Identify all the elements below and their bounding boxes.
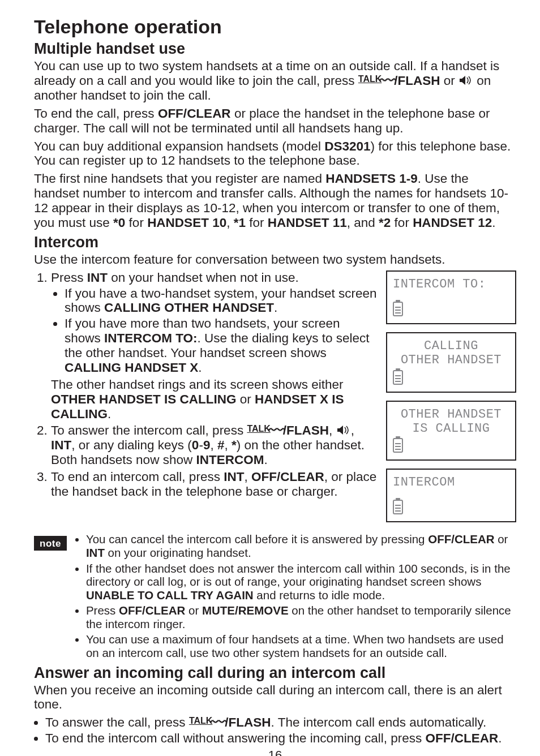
- text: ,: [226, 216, 234, 230]
- talk-label: TALK: [358, 74, 382, 84]
- text-bold: INTERCOM TO:: [104, 331, 198, 345]
- flash-label: /FLASH: [394, 74, 440, 88]
- text-bold: CALLING OTHER HANDSET: [104, 300, 274, 315]
- text: , or any dialing keys (: [71, 438, 192, 452]
- text: To end the call, press: [34, 106, 158, 121]
- text: You can cancel the intercom call before …: [86, 532, 428, 545]
- text: .: [264, 453, 267, 467]
- battery-icon: [393, 438, 403, 453]
- list-item: Press OFF/CLEAR or MUTE/REMOVE on the ot…: [86, 604, 516, 630]
- text-bold: *0: [113, 216, 125, 230]
- paragraph: You can buy additional expansion handset…: [34, 139, 516, 169]
- paragraph: You can use up to two system handsets at…: [34, 59, 516, 103]
- text-bold: CALLING HANDSET X: [65, 360, 198, 375]
- screen-text: OTHER HANDSET: [393, 353, 509, 367]
- text-bold: OFF/: [428, 532, 455, 545]
- text-bold: UNABLE TO CALL TRY AGAIN: [86, 589, 254, 602]
- text-bold: OFF/: [119, 604, 145, 617]
- signal-icon: 〰: [380, 74, 396, 88]
- text-bold: *1: [234, 216, 246, 230]
- text: To end an intercom call, press: [51, 470, 224, 484]
- answer-bullets: To answer the call, press TALK〰/FLASH. T…: [34, 715, 516, 746]
- text: The other handset rings and its screen s…: [51, 377, 344, 392]
- screen-text: INTERCOM TO:: [393, 277, 509, 291]
- text-smallcaps: CLEAR: [455, 532, 495, 545]
- text-smallcaps: CLEAR: [145, 604, 186, 617]
- text-bold: INT: [86, 546, 105, 559]
- paragraph: When you receive an incoming outside cal…: [34, 683, 516, 712]
- text: on your handset when not in use.: [108, 270, 299, 285]
- list-item: You can use a maximum of four handsets a…: [86, 633, 516, 659]
- text: or: [185, 604, 202, 617]
- screen-text: IS CALLING: [393, 422, 509, 436]
- screen-text: INTERCOM: [393, 475, 509, 489]
- text-bold: OFF/: [251, 470, 280, 484]
- text: for: [125, 216, 147, 230]
- screen-text: CALLING: [393, 339, 509, 353]
- note-list: You can cancel the intercom call before …: [75, 532, 516, 662]
- text: .: [492, 216, 495, 230]
- text: The first nine handsets that you registe…: [34, 171, 325, 186]
- section-heading-intercom: Intercom: [34, 234, 516, 251]
- note-badge: note: [34, 536, 67, 551]
- screen-calling-other: CALLING OTHER HANDSET: [386, 332, 516, 393]
- text-bold: OFF/: [426, 731, 455, 745]
- text-bold: HANDSETS 1-9: [325, 171, 418, 186]
- text: , and: [347, 216, 379, 230]
- screen-text: OTHER HANDSET: [393, 407, 509, 422]
- text: .: [198, 360, 202, 375]
- battery-icon: [393, 302, 403, 316]
- text: If the other handset does not answer the…: [86, 562, 511, 589]
- text: or: [495, 532, 508, 545]
- text-bold: 0: [192, 438, 199, 452]
- text-bold: OTHER HANDSET IS CALLING: [51, 392, 237, 406]
- text: ,: [351, 423, 354, 437]
- text-bold: OFF/: [158, 106, 187, 121]
- text: or: [444, 74, 458, 88]
- talk-label: TALK: [247, 424, 270, 433]
- note-block: note You can cancel the intercom call be…: [34, 532, 516, 662]
- section-heading-multiple: Multiple handset use: [34, 40, 516, 58]
- text: .: [498, 731, 502, 745]
- text: To end the intercom call without answeri…: [45, 731, 426, 745]
- text-bold: INT: [87, 270, 108, 285]
- text: You can buy additional expansion handset…: [34, 139, 324, 153]
- list-item: To answer the call, press TALK〰/FLASH. T…: [45, 715, 516, 730]
- text-smallcaps: CLEAR: [280, 470, 324, 484]
- list-item: You can cancel the intercom call before …: [86, 532, 516, 559]
- speaker-icon: [458, 75, 473, 86]
- text-bold: *2: [379, 216, 391, 230]
- text-smallcaps: CLEAR: [187, 106, 231, 121]
- text: ,: [210, 438, 217, 452]
- text: for: [391, 216, 413, 230]
- list-item: To end the intercom call without answeri…: [45, 731, 516, 746]
- text-bold: INTERCOM: [196, 453, 264, 467]
- list-item: If the other handset does not answer the…: [86, 562, 516, 602]
- text: ,: [244, 470, 251, 484]
- text-bold: HANDSET 12: [413, 216, 492, 230]
- text-bold: MUTE/: [202, 604, 238, 617]
- signal-icon: 〰: [211, 715, 227, 729]
- paragraph: Use the intercom feature for conversatio…: [34, 252, 516, 267]
- screen-intercom: INTERCOM: [386, 469, 516, 522]
- screen-mockups: INTERCOM TO: CALLING OTHER HANDSET OTHER…: [386, 270, 516, 531]
- text: To answer the intercom call, press: [51, 423, 247, 437]
- page-number: 16: [34, 748, 516, 756]
- text-smallcaps: REMOVE: [238, 604, 289, 617]
- page-title: Telephone operation: [34, 16, 516, 38]
- text-smallcaps: CLEAR: [455, 731, 499, 745]
- text: ,: [224, 438, 232, 452]
- text: Press: [86, 604, 119, 617]
- flash-label: /FLASH: [283, 423, 329, 437]
- text-bold: HANDSET 11: [268, 216, 347, 230]
- screen-other-is-calling: OTHER HANDSET IS CALLING: [386, 401, 516, 461]
- battery-icon: [393, 500, 403, 514]
- text: Press: [51, 270, 87, 285]
- text-bold: INT: [51, 438, 71, 452]
- text-bold: 9: [203, 438, 211, 452]
- text-bold: *: [232, 438, 237, 452]
- text: or: [237, 392, 255, 406]
- text: ,: [329, 423, 336, 437]
- text: To answer the call, press: [45, 715, 189, 729]
- paragraph: The first nine handsets that you registe…: [34, 171, 516, 230]
